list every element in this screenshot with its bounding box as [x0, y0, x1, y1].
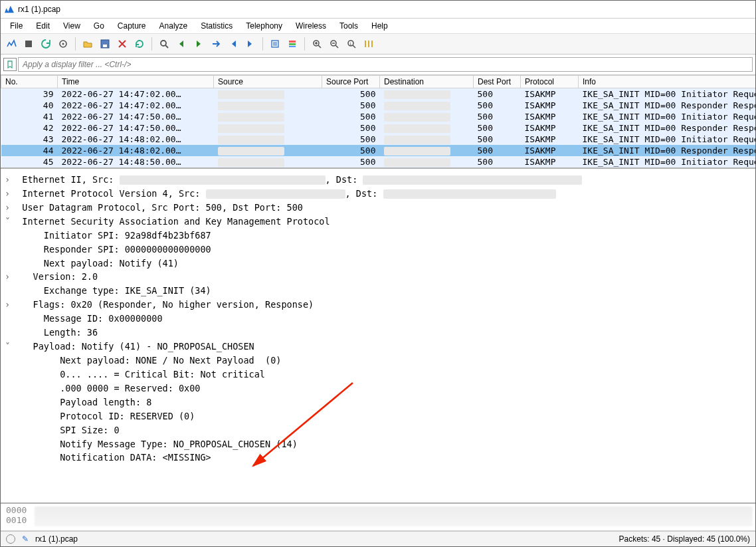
cell-sport: 500 — [322, 88, 380, 100]
first-button[interactable] — [225, 36, 241, 52]
cell-source — [214, 88, 322, 100]
packet-row[interactable]: 442022-06-27 14:48:02.00…500500ISAKMPIKE… — [1, 145, 757, 156]
packet-row[interactable]: 432022-06-27 14:48:02.00…500500ISAKMPIKE… — [1, 134, 757, 145]
tree-row[interactable]: Notify Message Type: NO_PROPOSAL_CHOSEN … — [3, 437, 753, 451]
prev-button[interactable] — [173, 36, 189, 52]
menu-wireless[interactable]: Wireless — [289, 20, 333, 32]
packet-row[interactable]: 422022-06-27 14:47:50.00…500500ISAKMPIKE… — [1, 122, 757, 134]
cell-sport: 500 — [322, 145, 380, 156]
packet-row[interactable]: 452022-06-27 14:48:50.00…500500ISAKMPIKE… — [1, 156, 757, 167]
tree-row[interactable]: .000 0000 = Reserved: 0x00 — [3, 382, 753, 395]
tree-row[interactable]: 0... .... = Critical Bit: Not critical — [3, 368, 753, 382]
tree-row[interactable]: Length: 36 — [3, 326, 753, 340]
col-dest[interactable]: Destination — [380, 76, 474, 88]
cell-time: 2022-06-27 14:48:50.00… — [58, 156, 214, 167]
col-source[interactable]: Source — [214, 76, 322, 88]
cell-time: 2022-06-27 14:48:02.00… — [58, 134, 214, 145]
menubar: FileEditViewGoCaptureAnalyzeStatisticsTe… — [1, 19, 755, 34]
cell-dest — [380, 134, 474, 145]
tree-row[interactable]: › Version: 2.0 — [3, 270, 753, 284]
restart-button[interactable] — [38, 36, 54, 52]
menu-file[interactable]: File — [3, 20, 29, 32]
stop-button[interactable] — [21, 36, 37, 52]
cell-no: 43 — [1, 134, 58, 145]
packet-bytes-pane[interactable]: 00000010 — [1, 504, 755, 531]
menu-tools[interactable]: Tools — [333, 20, 365, 32]
display-filter-input[interactable] — [18, 57, 753, 72]
col-no[interactable]: No. — [1, 76, 58, 88]
menu-view[interactable]: View — [56, 20, 87, 32]
auto-scroll-button[interactable] — [267, 36, 283, 52]
tree-row[interactable]: Responder SPI: 0000000000000000 — [3, 243, 753, 257]
tree-row[interactable]: Exchange type: IKE_SA_INIT (34) — [3, 284, 753, 298]
cell-no: 45 — [1, 156, 58, 167]
menu-help[interactable]: Help — [365, 20, 395, 32]
menu-go[interactable]: Go — [87, 20, 111, 32]
reload-button[interactable] — [132, 36, 147, 52]
cell-no: 41 — [1, 111, 58, 122]
tree-row[interactable]: Next payload: Notify (41) — [3, 257, 753, 271]
col-info[interactable]: Info — [579, 76, 757, 88]
cell-dest — [380, 156, 474, 167]
col-sport[interactable]: Source Port — [322, 76, 380, 88]
packet-row[interactable]: 402022-06-27 14:47:02.00…500500ISAKMPIKE… — [1, 100, 757, 111]
open-button[interactable] — [80, 36, 96, 52]
packet-row[interactable]: 392022-06-27 14:47:02.00…500500ISAKMPIKE… — [1, 88, 757, 100]
packet-list-pane[interactable]: No.TimeSourceSource PortDestinationDest … — [1, 75, 755, 169]
tree-row[interactable]: Initiator SPI: 92a98df4b23bf687 — [3, 229, 753, 243]
tree-row[interactable]: › Flags: 0x20 (Responder, No higher vers… — [3, 298, 753, 312]
hex-bytes-redacted — [35, 506, 753, 526]
col-dport[interactable]: Dest Port — [474, 76, 521, 88]
tree-row[interactable]: ˅ Payload: Notify (41) - NO_PROPOSAL_CHO… — [3, 340, 753, 354]
tree-row[interactable]: Next payload: NONE / No Next Payload (0) — [3, 354, 753, 368]
next-button[interactable] — [191, 36, 207, 52]
menu-capture[interactable]: Capture — [111, 20, 153, 32]
tree-row[interactable]: › Ethernet II, Src: , Dst: — [3, 173, 753, 187]
svg-rect-9 — [289, 46, 296, 47]
zoom-in-button[interactable] — [309, 36, 325, 52]
save-button[interactable] — [97, 36, 113, 52]
cell-time: 2022-06-27 14:48:02.00… — [58, 145, 214, 156]
tree-row[interactable]: Protocol ID: RESERVED (0) — [3, 409, 753, 423]
fin-button[interactable] — [3, 36, 19, 52]
status-packet-count: Packets: 45 · Displayed: 45 (100.0%) — [619, 534, 750, 544]
close-button[interactable] — [114, 36, 130, 52]
cell-source — [214, 111, 322, 122]
cell-time: 2022-06-27 14:47:02.00… — [58, 88, 214, 100]
colorize-button[interactable] — [284, 36, 300, 52]
bookmark-filter-button[interactable] — [3, 58, 17, 71]
tree-row[interactable]: Message ID: 0x00000000 — [3, 312, 753, 326]
cell-time: 2022-06-27 14:47:50.00… — [58, 122, 214, 134]
zoom-out-button[interactable] — [326, 36, 342, 52]
cell-sport: 500 — [322, 134, 380, 145]
menu-telephony[interactable]: Telephony — [239, 20, 289, 32]
cell-no: 39 — [1, 88, 58, 100]
tree-row[interactable]: Notification DATA: <MISSING> — [3, 451, 753, 465]
cell-dest — [380, 88, 474, 100]
options-button[interactable] — [55, 36, 71, 52]
edit-icon[interactable]: ✎ — [22, 534, 29, 544]
cell-source — [214, 122, 322, 134]
tree-row[interactable]: Payload length: 8 — [3, 395, 753, 409]
zoom-reset-button[interactable]: 1 — [343, 36, 359, 52]
goto-button[interactable] — [208, 36, 224, 52]
cell-no: 42 — [1, 122, 58, 134]
expert-info-icon[interactable] — [6, 534, 15, 544]
packet-details-pane[interactable]: › Ethernet II, Src: , Dst: › Internet Pr… — [1, 169, 755, 504]
cell-sport: 500 — [322, 156, 380, 167]
packet-list-header[interactable]: No.TimeSourceSource PortDestinationDest … — [1, 76, 757, 88]
menu-statistics[interactable]: Statistics — [194, 20, 239, 32]
tree-row[interactable]: › Internet Protocol Version 4, Src: , Ds… — [3, 187, 753, 201]
resize-cols-button[interactable] — [361, 36, 377, 52]
tree-row[interactable]: › User Datagram Protocol, Src Port: 500,… — [3, 201, 753, 215]
col-time[interactable]: Time — [58, 76, 214, 88]
menu-edit[interactable]: Edit — [29, 20, 56, 32]
tree-row[interactable]: SPI Size: 0 — [3, 423, 753, 437]
col-proto[interactable]: Protocol — [521, 76, 579, 88]
find-button[interactable] — [156, 36, 172, 52]
menu-analyze[interactable]: Analyze — [153, 20, 195, 32]
packet-row[interactable]: 412022-06-27 14:47:50.00…500500ISAKMPIKE… — [1, 111, 757, 122]
last-button[interactable] — [242, 36, 258, 52]
cell-proto: ISAKMP — [521, 156, 579, 167]
tree-row[interactable]: ˅ Internet Security Association and Key … — [3, 215, 753, 229]
